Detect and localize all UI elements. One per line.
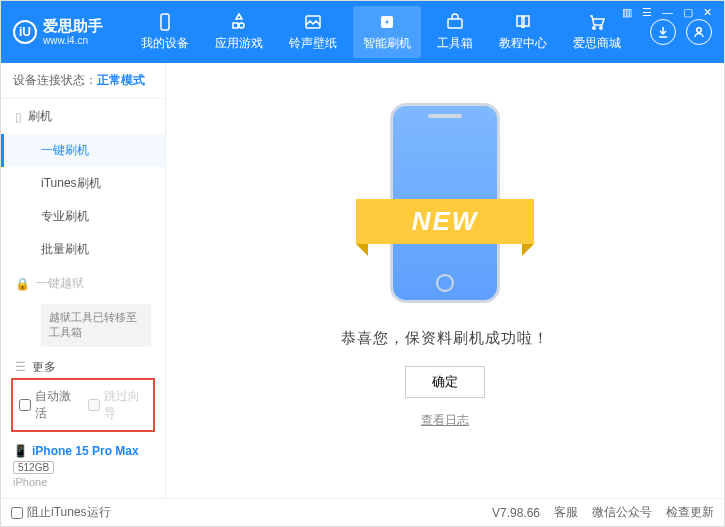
sidebar: 设备连接状态：正常模式 ▯刷机 一键刷机 iTunes刷机 专业刷机 批量刷机 … <box>1 63 166 498</box>
lock-icon: 🔒 <box>15 277 30 291</box>
svg-point-6 <box>697 28 702 33</box>
svg-rect-0 <box>161 14 169 30</box>
cart-icon <box>587 12 607 32</box>
nav-apps-games[interactable]: 应用游戏 <box>205 6 273 58</box>
maximize-icon[interactable]: ▢ <box>680 6 696 19</box>
footer-link-update[interactable]: 检查更新 <box>666 504 714 521</box>
auto-activate-checkbox[interactable]: 自动激活 <box>19 388 78 422</box>
main-content: NEW 恭喜您，保资料刷机成功啦！ 确定 查看日志 <box>166 63 724 498</box>
version-label: V7.98.66 <box>492 506 540 520</box>
nav-smart-flash[interactable]: 智能刷机 <box>353 6 421 58</box>
footer: 阻止iTunes运行 V7.98.66 客服 微信公众号 检查更新 <box>1 498 724 526</box>
sidebar-item-oneclick-flash[interactable]: 一键刷机 <box>1 134 165 167</box>
device-name[interactable]: 📱iPhone 15 Pro Max <box>13 444 153 458</box>
device-icon <box>155 12 175 32</box>
user-button[interactable] <box>686 19 712 45</box>
phone-icon: ▯ <box>15 110 22 124</box>
toolbox-icon <box>445 12 465 32</box>
apps-icon <box>229 12 249 32</box>
ok-button[interactable]: 确定 <box>405 366 485 398</box>
top-nav: 我的设备 应用游戏 铃声壁纸 智能刷机 工具箱 教程中心 <box>131 6 650 58</box>
settings-icon[interactable]: ☰ <box>639 6 655 19</box>
sidebar-group-more[interactable]: ☰更多 <box>1 350 165 372</box>
device-type: iPhone <box>13 476 153 488</box>
svg-point-4 <box>593 27 595 29</box>
image-icon <box>303 12 323 32</box>
svg-point-5 <box>600 27 602 29</box>
sidebar-group-flash[interactable]: ▯刷机 <box>1 99 165 134</box>
header: iU 爱思助手 www.i4.cn 我的设备 应用游戏 铃声壁纸 智能刷机 <box>1 1 724 63</box>
footer-link-wechat[interactable]: 微信公众号 <box>592 504 652 521</box>
view-log-link[interactable]: 查看日志 <box>421 412 469 429</box>
app-subtitle: www.i4.cn <box>43 35 103 46</box>
jailbreak-note: 越狱工具已转移至工具箱 <box>41 304 151 347</box>
close-icon[interactable]: ✕ <box>700 6 715 19</box>
footer-link-support[interactable]: 客服 <box>554 504 578 521</box>
logo-icon: iU <box>13 20 37 44</box>
nav-my-device[interactable]: 我的设备 <box>131 6 199 58</box>
window-controls: ▥ ☰ — ▢ ✕ <box>619 6 715 19</box>
sidebar-item-itunes-flash[interactable]: iTunes刷机 <box>1 167 165 200</box>
svg-rect-3 <box>448 19 462 28</box>
flash-icon <box>377 12 397 32</box>
phone-illustration: NEW <box>370 103 520 303</box>
sidebar-item-pro-flash[interactable]: 专业刷机 <box>1 200 165 233</box>
download-button[interactable] <box>650 19 676 45</box>
new-ribbon: NEW <box>356 199 534 244</box>
app-title: 爱思助手 <box>43 18 103 35</box>
phone-small-icon: 📱 <box>13 444 28 458</box>
logo: iU 爱思助手 www.i4.cn <box>13 18 103 46</box>
nav-toolbox[interactable]: 工具箱 <box>427 6 483 58</box>
basket-icon[interactable]: ▥ <box>619 6 635 19</box>
book-icon <box>513 12 533 32</box>
device-storage: 512GB <box>13 461 54 474</box>
connection-status: 设备连接状态：正常模式 <box>1 63 165 99</box>
minimize-icon[interactable]: — <box>659 6 676 19</box>
nav-tutorial[interactable]: 教程中心 <box>489 6 557 58</box>
sidebar-item-batch-flash[interactable]: 批量刷机 <box>1 233 165 266</box>
block-itunes-checkbox[interactable]: 阻止iTunes运行 <box>11 504 111 521</box>
device-info: 📱iPhone 15 Pro Max 512GB iPhone <box>1 438 165 498</box>
highlighted-options: 自动激活 跳过向导 <box>11 378 155 432</box>
nav-ringtones[interactable]: 铃声壁纸 <box>279 6 347 58</box>
skip-guide-checkbox[interactable]: 跳过向导 <box>88 388 147 422</box>
sidebar-group-jailbreak[interactable]: 🔒一键越狱 <box>1 266 165 301</box>
menu-icon: ☰ <box>15 360 26 372</box>
success-message: 恭喜您，保资料刷机成功啦！ <box>341 329 549 348</box>
